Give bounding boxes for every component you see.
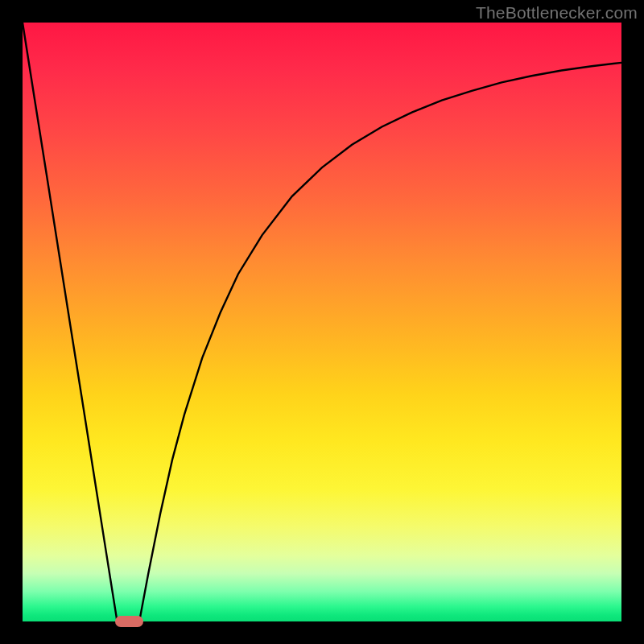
watermark-text: TheBottlenecker.com bbox=[476, 3, 638, 23]
plot-area bbox=[23, 23, 621, 621]
curve-layer bbox=[23, 23, 621, 621]
curve-left-branch bbox=[23, 23, 118, 621]
chart-frame: TheBottlenecker.com bbox=[0, 0, 644, 644]
minimum-marker bbox=[115, 616, 143, 627]
curve-right-branch bbox=[139, 63, 621, 621]
